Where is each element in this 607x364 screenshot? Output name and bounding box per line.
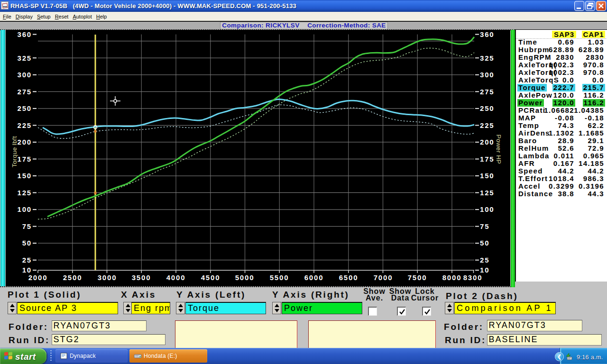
svg-text:75: 75 [480, 222, 489, 230]
svg-text:10: 10 [480, 266, 489, 274]
svg-text:7500: 7500 [408, 273, 427, 282]
svg-text:4000: 4000 [166, 273, 186, 282]
svg-text:275: 275 [480, 88, 494, 96]
svg-text:50: 50 [480, 239, 489, 247]
svg-text:100: 100 [18, 205, 32, 213]
svg-text:200: 200 [18, 138, 32, 146]
svg-text:5000: 5000 [235, 273, 255, 282]
svg-text:3500: 3500 [132, 273, 151, 282]
svg-text:225: 225 [480, 121, 494, 129]
svg-text:50: 50 [22, 239, 32, 247]
svg-text:8300: 8300 [463, 273, 483, 282]
svg-text:25: 25 [480, 256, 489, 264]
svg-text:10: 10 [22, 266, 32, 274]
svg-text:Torque lbft: Torque lbft [11, 136, 18, 167]
svg-text:100: 100 [480, 205, 494, 213]
svg-text:7000: 7000 [374, 273, 393, 282]
svg-text:125: 125 [18, 189, 32, 197]
svg-text:5500: 5500 [270, 273, 289, 282]
svg-text:75: 75 [22, 222, 32, 230]
svg-text:150: 150 [480, 172, 494, 180]
svg-text:25: 25 [22, 256, 32, 264]
svg-text:300: 300 [18, 71, 32, 79]
svg-text:225: 225 [18, 121, 32, 129]
svg-text:3000: 3000 [98, 273, 117, 282]
svg-text:300: 300 [480, 71, 494, 79]
svg-text:360: 360 [18, 30, 32, 38]
svg-text:175: 175 [480, 155, 494, 163]
svg-text:2500: 2500 [63, 273, 83, 282]
svg-text:8000: 8000 [442, 273, 462, 282]
svg-text:325: 325 [480, 54, 494, 62]
svg-text:6500: 6500 [339, 273, 359, 282]
svg-text:4500: 4500 [201, 273, 221, 282]
svg-text:250: 250 [480, 104, 494, 112]
svg-text:Power HP: Power HP [495, 135, 502, 164]
svg-text:125: 125 [480, 189, 494, 197]
svg-text:275: 275 [18, 88, 32, 96]
svg-text:200: 200 [480, 138, 494, 146]
svg-text:360: 360 [480, 30, 494, 38]
svg-text:150: 150 [18, 172, 32, 180]
svg-text:2000: 2000 [28, 273, 48, 282]
svg-text:325: 325 [18, 54, 32, 62]
svg-text:175: 175 [18, 155, 32, 163]
svg-text:250: 250 [18, 104, 32, 112]
svg-text:6000: 6000 [304, 273, 324, 282]
